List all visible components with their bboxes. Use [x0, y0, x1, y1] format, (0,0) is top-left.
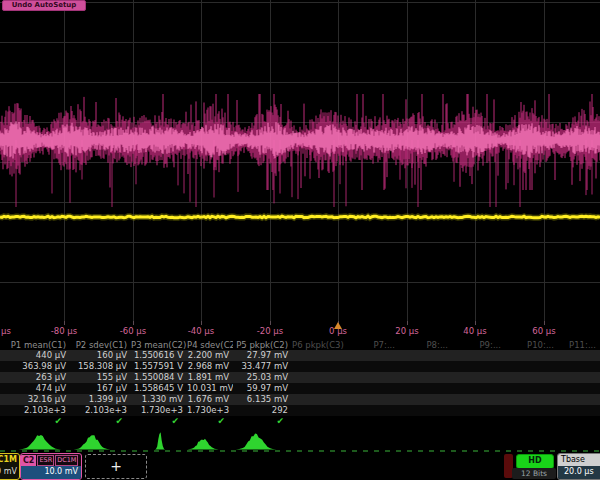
measure-cell	[346, 405, 399, 416]
time-axis-label: -40 µs	[188, 326, 214, 336]
measure-cell: 2.968 mV	[187, 361, 233, 372]
measure-cell: 1.330 mV	[131, 394, 187, 405]
measure-cell: 440 µV	[0, 350, 70, 361]
histicon-baseline	[0, 450, 600, 452]
measure-histicon	[11, 435, 69, 450]
measure-cell: 158.308 µV	[70, 361, 131, 372]
measure-cell: 292	[233, 405, 292, 416]
measure-cell: 1.399 µV	[70, 394, 131, 405]
measure-cell	[452, 361, 505, 372]
timebase-descriptor[interactable]: Tbase 20.0 µs	[557, 453, 600, 480]
descriptor-bar: DC1M 20.0 mV C2 ESR DC1M 10.0 mV + HD 12…	[0, 450, 600, 480]
measure-status-check	[399, 416, 452, 427]
measure-status-check: ✔	[70, 416, 131, 427]
measure-cell	[292, 394, 346, 405]
measure-cell: 6.135 mV	[233, 394, 292, 405]
timebase-label: Tbase	[558, 454, 600, 466]
measure-cell: 1.557591 V	[131, 361, 187, 372]
c1-scale-value: 20.0 mV	[0, 466, 19, 479]
measure-cell: 1.558645 V	[131, 383, 187, 394]
measure-cell	[346, 361, 399, 372]
axis-tick	[544, 321, 545, 325]
time-axis-label: 20 µs	[395, 326, 418, 336]
measure-cell: 33.477 mV	[233, 361, 292, 372]
measure-cell: 25.03 mV	[233, 372, 292, 383]
timebase-value: 20.0 µs	[558, 466, 600, 479]
hd-mode-button[interactable]: HD	[516, 454, 554, 469]
waveform-grid	[0, 0, 600, 321]
measure-histicon	[228, 434, 284, 450]
measure-status-check	[346, 416, 399, 427]
measure-status-check	[292, 416, 346, 427]
measure-cell	[558, 350, 600, 361]
measure-cell	[505, 361, 558, 372]
measure-cell	[558, 405, 600, 416]
measure-cell: 2.200 mV	[187, 350, 233, 361]
measure-cell: 2.103e+3	[70, 405, 131, 416]
measure-status-check: ✔	[233, 416, 292, 427]
measure-cell	[292, 405, 346, 416]
measure-cell	[452, 383, 505, 394]
measure-cell: 474 µV	[0, 383, 70, 394]
measure-cell: 1.550084 V	[131, 372, 187, 383]
measure-status-check: ✔	[0, 416, 70, 427]
measure-status-check	[505, 416, 558, 427]
axis-tick	[407, 321, 408, 325]
measure-cell	[292, 383, 346, 394]
measure-cell: 59.97 mV	[233, 383, 292, 394]
c2-coupling-badge: DC1M	[55, 455, 78, 466]
measure-cell	[292, 361, 346, 372]
axis-tick	[201, 321, 202, 325]
time-axis-label: -20 µs	[257, 326, 283, 336]
hd-bits-label: 12 Bits	[512, 468, 556, 479]
time-axis-label: -100 µs	[0, 326, 11, 336]
c2-scale-value: 10.0 mV	[21, 466, 81, 479]
channel-c2-descriptor[interactable]: C2 ESR DC1M 10.0 mV	[20, 453, 82, 480]
axis-tick	[475, 321, 476, 325]
measure-cell: 160 µV	[70, 350, 131, 361]
measure-status-check: ✔	[187, 416, 233, 427]
measure-cell	[346, 383, 399, 394]
axis-tick	[64, 321, 65, 325]
measure-status-check	[558, 416, 600, 427]
axis-tick	[133, 321, 134, 325]
channel-c1-descriptor[interactable]: DC1M 20.0 mV	[0, 453, 20, 480]
measure-cell	[399, 394, 452, 405]
c2-esr-badge: ESR	[37, 455, 54, 466]
measure-cell	[399, 372, 452, 383]
measure-cell	[558, 372, 600, 383]
measure-cell: 1.891 mV	[187, 372, 233, 383]
measure-cell	[505, 383, 558, 394]
histicon-row	[0, 430, 600, 452]
add-trace-button[interactable]: +	[85, 454, 147, 479]
c1-coupling-label: DC1M	[0, 454, 19, 466]
time-axis: -100 µs-80 µs-60 µs-40 µs-20 µs0 µs20 µs…	[0, 321, 600, 338]
measure-cell	[346, 394, 399, 405]
measure-cell	[399, 405, 452, 416]
measure-cell: 2.103e+3	[0, 405, 70, 416]
time-axis-label: -80 µs	[51, 326, 77, 336]
measure-cell	[292, 350, 346, 361]
measurement-table: P1 mean(C1)P2 sdev(C1)P3 mean(C2)P4 sdev…	[0, 339, 600, 427]
measure-cell	[558, 383, 600, 394]
c2-channel-label: C2	[21, 455, 36, 466]
oscilloscope-screen: Undo AutoSetup -100 µs-80 µs-60 µs-40 µs…	[0, 0, 600, 480]
measure-cell: 155 µV	[70, 372, 131, 383]
measure-cell	[558, 394, 600, 405]
measure-status-check: ✔	[131, 416, 187, 427]
measure-cell	[399, 350, 452, 361]
undo-autosetup-button[interactable]: Undo AutoSetup	[2, 0, 86, 11]
measure-cell: 1.730e+3	[131, 405, 187, 416]
measure-cell	[399, 383, 452, 394]
measure-cell: 263 µV	[0, 372, 70, 383]
measure-cell: 1.550616 V	[131, 350, 187, 361]
measure-cell: 167 µV	[70, 383, 131, 394]
measure-cell	[452, 405, 505, 416]
measure-cell: 10.031 mV	[187, 383, 233, 394]
time-axis-label: 40 µs	[463, 326, 486, 336]
measure-cell	[505, 372, 558, 383]
measure-cell	[399, 361, 452, 372]
measure-cell	[505, 405, 558, 416]
trigger-position-marker[interactable]	[334, 322, 342, 329]
measure-cell: 27.97 mV	[233, 350, 292, 361]
